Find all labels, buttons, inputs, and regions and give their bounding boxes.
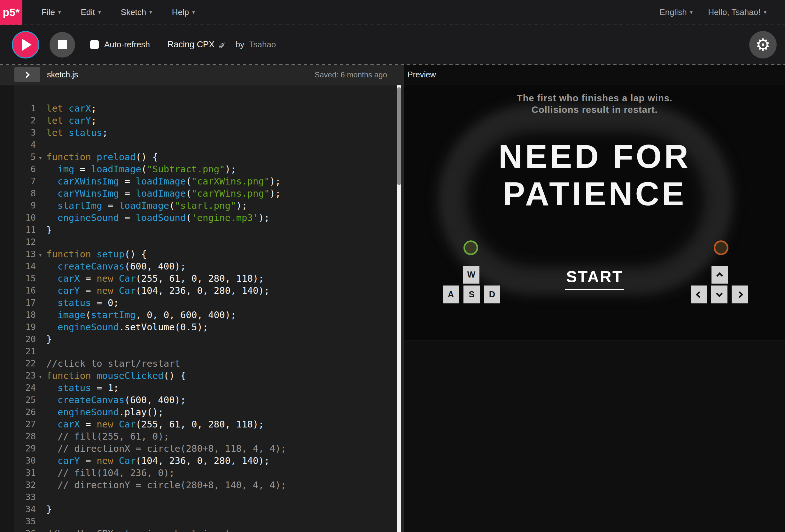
preview-background <box>404 340 785 532</box>
code-text: createCanvas(600, 400); <box>42 394 186 406</box>
code-line-32[interactable]: 32 // directionY = circle(280+8, 140, 4,… <box>15 479 401 491</box>
title-line: PATIENCE <box>404 175 785 212</box>
code-line-12[interactable]: 12 <box>15 236 401 248</box>
fold-arrow-icon[interactable]: ▾ <box>39 152 42 164</box>
code-line-17[interactable]: 17 status = 0; <box>15 297 401 309</box>
play-icon <box>22 39 32 51</box>
menu-edit[interactable]: Edit▾ <box>80 7 101 17</box>
code-text: carYWinsImg = loadImage("carYWins.png"); <box>42 187 281 200</box>
code-line-33[interactable]: 33 <box>15 491 401 503</box>
code-line-4[interactable]: 4 <box>15 139 401 151</box>
code-line-2[interactable]: 2let carY; <box>15 115 401 127</box>
code-line-28[interactable]: 28 // fill(255, 61, 0); <box>15 430 401 442</box>
fold-arrow-icon[interactable]: ▾ <box>39 371 42 383</box>
stop-button[interactable] <box>50 32 75 57</box>
game-title: NEED FORPATIENCE <box>404 138 785 212</box>
code-lines[interactable]: 1let carX;2let carY;3let status;45▾funct… <box>15 85 401 532</box>
auto-refresh-checkbox[interactable] <box>90 40 99 49</box>
arrow-right-icon <box>736 291 743 298</box>
code-line-21[interactable]: 21 <box>15 345 401 357</box>
code-line-27[interactable]: 27 carX = new Car(255, 61, 0, 280, 118); <box>15 418 401 430</box>
code-line-23[interactable]: 23▾function mouseClicked() { <box>15 370 401 382</box>
code-text: createCanvas(600, 400); <box>42 260 186 272</box>
code-line-35[interactable]: 35 <box>15 515 401 528</box>
line-number: 34 <box>15 503 42 515</box>
code-line-15[interactable]: 15 carX = new Car(255, 61, 0, 280, 118); <box>15 272 401 284</box>
code-editor[interactable]: 1let carX;2let carY;3let status;45▾funct… <box>0 85 401 532</box>
line-number: 21 <box>15 345 42 357</box>
line-number: 32 <box>15 479 42 491</box>
play-button[interactable] <box>12 31 39 58</box>
code-line-14[interactable]: 14 createCanvas(600, 400); <box>15 260 401 272</box>
line-number: 20 <box>15 333 42 345</box>
code-line-30[interactable]: 30 carY = new Car(104, 236, 0, 280, 140)… <box>15 455 401 467</box>
code-text: function mouseClicked() { <box>42 370 186 382</box>
code-line-36[interactable]: 36//handle CPX steering wheel input <box>15 528 401 532</box>
line-number: 4 <box>15 139 42 151</box>
start-label: START <box>565 268 625 290</box>
language-menu[interactable]: English ▾ <box>659 7 693 17</box>
code-line-24[interactable]: 24 status = 1; <box>15 382 401 394</box>
code-text: engineSound.play(); <box>42 406 163 418</box>
editor-scrollbar-thumb[interactable] <box>397 87 401 185</box>
code-line-16[interactable]: 16 carY = new Car(104, 236, 0, 280, 140)… <box>15 284 401 297</box>
code-line-25[interactable]: 25 createCanvas(600, 400); <box>15 394 401 406</box>
author-link[interactable]: Tsahao <box>249 40 276 49</box>
code-line-9[interactable]: 9 startImg = loadImage("start.png"); <box>15 200 401 212</box>
code-line-29[interactable]: 29 // directionX = circle(280+8, 118, 4,… <box>15 442 401 455</box>
preview-label: Preview <box>407 70 436 79</box>
arrow-left-icon <box>696 291 703 298</box>
line-number: 22 <box>15 357 42 370</box>
menu-sketch[interactable]: Sketch▾ <box>121 7 152 17</box>
line-number: 16 <box>15 284 42 297</box>
line-number: 33 <box>15 491 42 503</box>
line-number: 19 <box>15 321 42 333</box>
auto-refresh-label: Auto-refresh <box>104 40 150 50</box>
fold-arrow-icon[interactable]: ▾ <box>39 249 42 261</box>
sidebar-expand-button[interactable] <box>15 67 40 82</box>
code-line-31[interactable]: 31 // fill(104, 236, 0); <box>15 467 401 479</box>
settings-button[interactable]: ⚙ <box>749 31 777 58</box>
code-line-26[interactable]: 26 engineSound.play(); <box>15 406 401 418</box>
p5-logo[interactable]: p5* <box>0 0 22 25</box>
code-line-6[interactable]: 6 img = loadImage("Subtract.png"); <box>15 163 401 175</box>
tab-sketch-js[interactable]: sketch.js <box>47 70 78 79</box>
language-label: English <box>659 7 687 17</box>
code-line-11[interactable]: 11} <box>15 224 401 236</box>
code-text: carXWinsImg = loadImage("carXWins.png"); <box>42 175 281 187</box>
code-text <box>42 236 46 248</box>
code-line-13[interactable]: 13▾function setup() { <box>15 248 401 260</box>
code-line-5[interactable]: 5▾function preload() { <box>15 151 401 163</box>
pane-divider[interactable] <box>401 65 404 532</box>
code-line-19[interactable]: 19 engineSound.setVolume(0.5); <box>15 321 401 333</box>
code-text: carY = new Car(104, 236, 0, 280, 140); <box>42 455 270 467</box>
code-line-10[interactable]: 10 engineSound = loadSound('engine.mp3')… <box>15 212 401 224</box>
menu-help[interactable]: Help▾ <box>172 7 195 17</box>
code-text: // directionX = circle(280+8, 118, 4, 4)… <box>42 442 286 455</box>
code-line-22[interactable]: 22//click to start/restart <box>15 357 401 370</box>
code-line-18[interactable]: 18 image(startImg, 0, 0, 600, 400); <box>15 309 401 321</box>
chevron-down-icon: ▾ <box>764 9 766 16</box>
code-text: //click to start/restart <box>42 357 180 370</box>
line-number: 23▾ <box>15 370 42 382</box>
code-line-1[interactable]: 1let carX; <box>15 102 401 115</box>
code-line-8[interactable]: 8 carYWinsImg = loadImage("carYWins.png"… <box>15 187 401 200</box>
key-arrow-left <box>691 285 707 303</box>
preview-header: Preview <box>404 65 785 85</box>
game-canvas[interactable]: The first who finishes a lap wins.Collis… <box>404 85 785 340</box>
code-line-7[interactable]: 7 carXWinsImg = loadImage("carXWins.png"… <box>15 175 401 187</box>
menu-file[interactable]: File▾ <box>42 7 61 17</box>
gutter-divider <box>42 85 42 532</box>
code-line-3[interactable]: 3let status; <box>15 127 401 139</box>
line-number: 12 <box>15 236 42 248</box>
account-menu[interactable]: Hello, Tsahao! ▾ <box>708 7 766 17</box>
code-line-20[interactable]: 20} <box>15 333 401 345</box>
editor-scrollbar[interactable] <box>397 85 401 532</box>
line-number: 24 <box>15 382 42 394</box>
code-line-34[interactable]: 34} <box>15 503 401 515</box>
menu-label: File <box>42 7 55 17</box>
sketch-title: Racing CPX <box>168 40 214 50</box>
nav-right: English ▾ Hello, Tsahao! ▾ <box>659 7 766 17</box>
code-text: // fill(104, 236, 0); <box>42 467 175 479</box>
edit-pencil-icon[interactable]: ✎ <box>218 40 226 50</box>
